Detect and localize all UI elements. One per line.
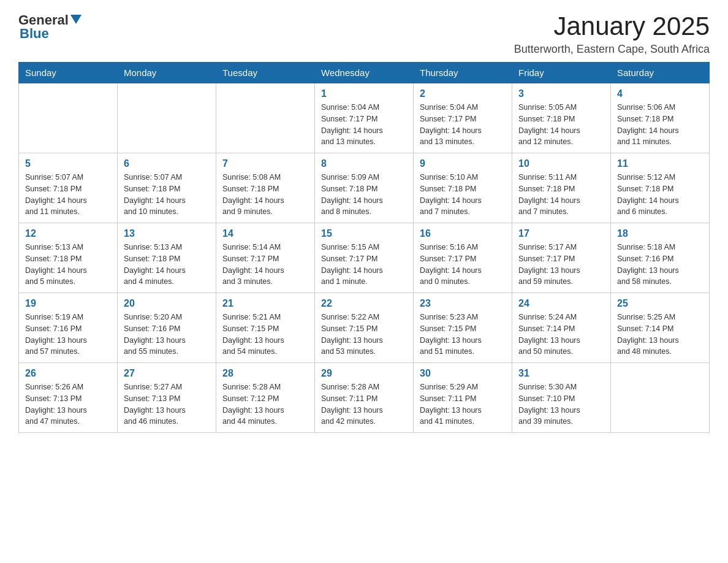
calendar-cell: 18Sunrise: 5:18 AMSunset: 7:16 PMDayligh… — [611, 223, 710, 293]
calendar-cell: 21Sunrise: 5:21 AMSunset: 7:15 PMDayligh… — [216, 293, 315, 363]
calendar-table: SundayMondayTuesdayWednesdayThursdayFrid… — [18, 62, 710, 433]
day-number: 10 — [518, 158, 604, 169]
day-number: 17 — [518, 228, 604, 239]
day-number: 24 — [518, 298, 604, 309]
calendar-week-row: 26Sunrise: 5:26 AMSunset: 7:13 PMDayligh… — [19, 363, 710, 433]
day-number: 9 — [420, 158, 506, 169]
page-header: General Blue January 2025 Butterworth, E… — [18, 12, 710, 56]
calendar-cell: 17Sunrise: 5:17 AMSunset: 7:17 PMDayligh… — [512, 223, 611, 293]
logo-blue-text: Blue — [18, 26, 49, 42]
calendar-cell: 29Sunrise: 5:28 AMSunset: 7:11 PMDayligh… — [315, 363, 414, 433]
weekday-header-friday: Friday — [512, 63, 611, 83]
day-info: Sunrise: 5:25 AMSunset: 7:14 PMDaylight:… — [617, 312, 703, 358]
day-number: 16 — [420, 228, 506, 239]
day-number: 5 — [25, 158, 111, 169]
logo: General Blue — [18, 12, 82, 42]
day-info: Sunrise: 5:13 AMSunset: 7:18 PMDaylight:… — [124, 242, 210, 288]
day-info: Sunrise: 5:12 AMSunset: 7:18 PMDaylight:… — [617, 172, 703, 218]
day-number: 4 — [617, 88, 703, 99]
day-number: 8 — [321, 158, 407, 169]
day-info: Sunrise: 5:11 AMSunset: 7:18 PMDaylight:… — [518, 172, 604, 218]
weekday-header-sunday: Sunday — [19, 63, 118, 83]
calendar-cell — [216, 83, 315, 153]
day-number: 1 — [321, 88, 407, 99]
calendar-cell: 16Sunrise: 5:16 AMSunset: 7:17 PMDayligh… — [414, 223, 512, 293]
day-number: 21 — [222, 298, 308, 309]
calendar-cell: 12Sunrise: 5:13 AMSunset: 7:18 PMDayligh… — [19, 223, 118, 293]
weekday-header-thursday: Thursday — [414, 63, 512, 83]
title-section: January 2025 Butterworth, Eastern Cape, … — [514, 12, 710, 56]
day-number: 22 — [321, 298, 407, 309]
location-title: Butterworth, Eastern Cape, South Africa — [514, 43, 710, 56]
month-title: January 2025 — [514, 12, 710, 40]
calendar-cell: 3Sunrise: 5:05 AMSunset: 7:18 PMDaylight… — [512, 83, 611, 153]
day-number: 6 — [124, 158, 210, 169]
weekday-header-tuesday: Tuesday — [216, 63, 315, 83]
calendar-cell: 10Sunrise: 5:11 AMSunset: 7:18 PMDayligh… — [512, 153, 611, 223]
day-number: 31 — [518, 368, 604, 379]
calendar-cell: 30Sunrise: 5:29 AMSunset: 7:11 PMDayligh… — [414, 363, 512, 433]
day-info: Sunrise: 5:17 AMSunset: 7:17 PMDaylight:… — [518, 242, 604, 288]
day-number: 29 — [321, 368, 407, 379]
day-info: Sunrise: 5:10 AMSunset: 7:18 PMDaylight:… — [420, 172, 506, 218]
calendar-cell: 6Sunrise: 5:07 AMSunset: 7:18 PMDaylight… — [118, 153, 216, 223]
calendar-cell: 9Sunrise: 5:10 AMSunset: 7:18 PMDaylight… — [414, 153, 512, 223]
weekday-header-row: SundayMondayTuesdayWednesdayThursdayFrid… — [19, 63, 710, 83]
day-info: Sunrise: 5:06 AMSunset: 7:18 PMDaylight:… — [617, 102, 703, 148]
calendar-cell: 15Sunrise: 5:15 AMSunset: 7:17 PMDayligh… — [315, 223, 414, 293]
day-info: Sunrise: 5:08 AMSunset: 7:18 PMDaylight:… — [222, 172, 308, 218]
calendar-cell: 13Sunrise: 5:13 AMSunset: 7:18 PMDayligh… — [118, 223, 216, 293]
day-info: Sunrise: 5:24 AMSunset: 7:14 PMDaylight:… — [518, 312, 604, 358]
calendar-week-row: 12Sunrise: 5:13 AMSunset: 7:18 PMDayligh… — [19, 223, 710, 293]
day-info: Sunrise: 5:04 AMSunset: 7:17 PMDaylight:… — [420, 102, 506, 148]
day-info: Sunrise: 5:21 AMSunset: 7:15 PMDaylight:… — [222, 312, 308, 358]
day-info: Sunrise: 5:16 AMSunset: 7:17 PMDaylight:… — [420, 242, 506, 288]
calendar-header: SundayMondayTuesdayWednesdayThursdayFrid… — [19, 63, 710, 83]
logo-triangle-icon — [70, 15, 82, 24]
day-number: 25 — [617, 298, 703, 309]
day-number: 3 — [518, 88, 604, 99]
calendar-cell: 26Sunrise: 5:26 AMSunset: 7:13 PMDayligh… — [19, 363, 118, 433]
day-number: 14 — [222, 228, 308, 239]
calendar-cell: 1Sunrise: 5:04 AMSunset: 7:17 PMDaylight… — [315, 83, 414, 153]
calendar-week-row: 19Sunrise: 5:19 AMSunset: 7:16 PMDayligh… — [19, 293, 710, 363]
calendar-cell: 25Sunrise: 5:25 AMSunset: 7:14 PMDayligh… — [611, 293, 710, 363]
weekday-header-monday: Monday — [118, 63, 216, 83]
calendar-cell: 11Sunrise: 5:12 AMSunset: 7:18 PMDayligh… — [611, 153, 710, 223]
calendar-cell: 19Sunrise: 5:19 AMSunset: 7:16 PMDayligh… — [19, 293, 118, 363]
calendar-cell: 22Sunrise: 5:22 AMSunset: 7:15 PMDayligh… — [315, 293, 414, 363]
calendar-cell: 5Sunrise: 5:07 AMSunset: 7:18 PMDaylight… — [19, 153, 118, 223]
weekday-header-saturday: Saturday — [611, 63, 710, 83]
day-number: 27 — [124, 368, 210, 379]
calendar-body: 1Sunrise: 5:04 AMSunset: 7:17 PMDaylight… — [19, 83, 710, 433]
day-number: 26 — [25, 368, 111, 379]
day-info: Sunrise: 5:15 AMSunset: 7:17 PMDaylight:… — [321, 242, 407, 288]
calendar-cell: 27Sunrise: 5:27 AMSunset: 7:13 PMDayligh… — [118, 363, 216, 433]
day-number: 12 — [25, 228, 111, 239]
calendar-cell — [19, 83, 118, 153]
calendar-cell: 28Sunrise: 5:28 AMSunset: 7:12 PMDayligh… — [216, 363, 315, 433]
day-info: Sunrise: 5:27 AMSunset: 7:13 PMDaylight:… — [124, 381, 210, 427]
day-info: Sunrise: 5:13 AMSunset: 7:18 PMDaylight:… — [25, 242, 111, 288]
day-info: Sunrise: 5:20 AMSunset: 7:16 PMDaylight:… — [124, 312, 210, 358]
day-number: 20 — [124, 298, 210, 309]
day-info: Sunrise: 5:26 AMSunset: 7:13 PMDaylight:… — [25, 381, 111, 427]
day-number: 28 — [222, 368, 308, 379]
calendar-cell: 7Sunrise: 5:08 AMSunset: 7:18 PMDaylight… — [216, 153, 315, 223]
calendar-cell: 23Sunrise: 5:23 AMSunset: 7:15 PMDayligh… — [414, 293, 512, 363]
day-number: 15 — [321, 228, 407, 239]
day-info: Sunrise: 5:30 AMSunset: 7:10 PMDaylight:… — [518, 381, 604, 427]
calendar-cell: 31Sunrise: 5:30 AMSunset: 7:10 PMDayligh… — [512, 363, 611, 433]
day-number: 11 — [617, 158, 703, 169]
day-number: 18 — [617, 228, 703, 239]
calendar-cell: 20Sunrise: 5:20 AMSunset: 7:16 PMDayligh… — [118, 293, 216, 363]
calendar-cell — [118, 83, 216, 153]
day-info: Sunrise: 5:07 AMSunset: 7:18 PMDaylight:… — [124, 172, 210, 218]
day-number: 2 — [420, 88, 506, 99]
calendar-week-row: 1Sunrise: 5:04 AMSunset: 7:17 PMDaylight… — [19, 83, 710, 153]
day-number: 19 — [25, 298, 111, 309]
day-info: Sunrise: 5:23 AMSunset: 7:15 PMDaylight:… — [420, 312, 506, 358]
calendar-cell — [611, 363, 710, 433]
calendar-cell: 4Sunrise: 5:06 AMSunset: 7:18 PMDaylight… — [611, 83, 710, 153]
day-info: Sunrise: 5:22 AMSunset: 7:15 PMDaylight:… — [321, 312, 407, 358]
